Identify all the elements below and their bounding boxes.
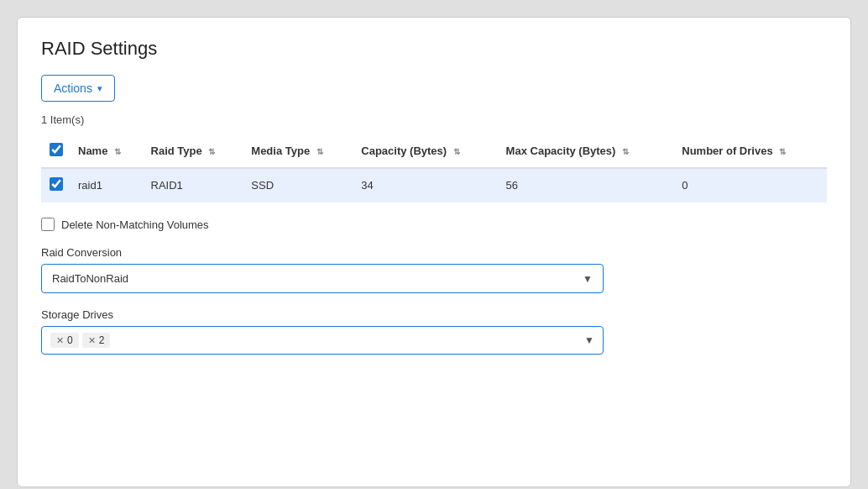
col-name: Name ⇅ xyxy=(71,134,144,168)
page-title: RAID Settings xyxy=(41,38,827,60)
col-num-drives: Number of Drives ⇅ xyxy=(675,134,827,168)
row-checkbox-cell[interactable] xyxy=(41,168,71,202)
delete-non-matching-checkbox[interactable] xyxy=(41,218,55,231)
storage-chevron-icon: ▼ xyxy=(584,334,594,346)
sort-capacity-icon: ⇅ xyxy=(453,147,460,156)
select-all-header[interactable] xyxy=(41,134,71,168)
delete-non-matching-row: Delete Non-Matching Volumes xyxy=(41,218,827,231)
remove-tag-2-icon[interactable]: ✕ xyxy=(88,335,96,346)
storage-drives-tags: ✕ 0 ✕ 2 xyxy=(50,333,584,348)
tag-0[interactable]: ✕ 0 xyxy=(50,333,79,348)
raid-conversion-value: RaidToNonRaid xyxy=(52,272,128,285)
tag-2[interactable]: ✕ 2 xyxy=(82,333,111,348)
remove-tag-0-icon[interactable]: ✕ xyxy=(56,335,64,346)
row-0-name: raid1 xyxy=(71,168,144,202)
col-capacity: Capacity (Bytes) ⇅ xyxy=(354,134,499,168)
actions-button[interactable]: Actions ▾ xyxy=(41,75,115,102)
col-raid-type: Raid Type ⇅ xyxy=(144,134,245,168)
sort-name-icon: ⇅ xyxy=(114,147,121,156)
select-all-checkbox[interactable] xyxy=(50,143,63,156)
sort-max-capacity-icon: ⇅ xyxy=(622,147,629,156)
delete-non-matching-label: Delete Non-Matching Volumes xyxy=(61,218,209,231)
col-max-capacity: Max Capacity (Bytes) ⇅ xyxy=(499,134,676,168)
sort-drives-icon: ⇅ xyxy=(779,147,786,156)
storage-drives-label: Storage Drives xyxy=(41,308,827,321)
raid-conversion-dropdown[interactable]: RaidToNonRaid ▼ xyxy=(41,264,604,293)
sort-media-icon: ⇅ xyxy=(316,147,323,156)
row-0-checkbox[interactable] xyxy=(50,177,63,191)
sort-raid-icon: ⇅ xyxy=(208,147,215,156)
row-0-capacity: 34 xyxy=(354,168,499,202)
chevron-down-icon: ▼ xyxy=(583,273,593,285)
raid-settings-card: RAID Settings Actions ▾ 1 Item(s) Name ⇅… xyxy=(17,17,851,487)
item-count: 1 Item(s) xyxy=(41,113,827,126)
row-0-raid_type: RAID1 xyxy=(144,168,245,202)
chevron-down-icon: ▾ xyxy=(97,83,102,94)
raid-table: Name ⇅ Raid Type ⇅ Media Type ⇅ Capacity… xyxy=(41,134,827,202)
storage-drives-field[interactable]: ✕ 0 ✕ 2 ▼ xyxy=(41,326,604,355)
row-0-num_drives: 0 xyxy=(675,168,827,202)
row-0-max_capacity: 56 xyxy=(499,168,676,202)
col-media-type: Media Type ⇅ xyxy=(244,134,354,168)
row-0-media_type: SSD xyxy=(244,168,354,202)
table-row: raid1RAID1SSD34560 xyxy=(41,168,827,202)
raid-conversion-label: Raid Conversion xyxy=(41,246,827,259)
tag-2-value: 2 xyxy=(99,334,105,346)
tag-0-value: 0 xyxy=(67,334,73,346)
